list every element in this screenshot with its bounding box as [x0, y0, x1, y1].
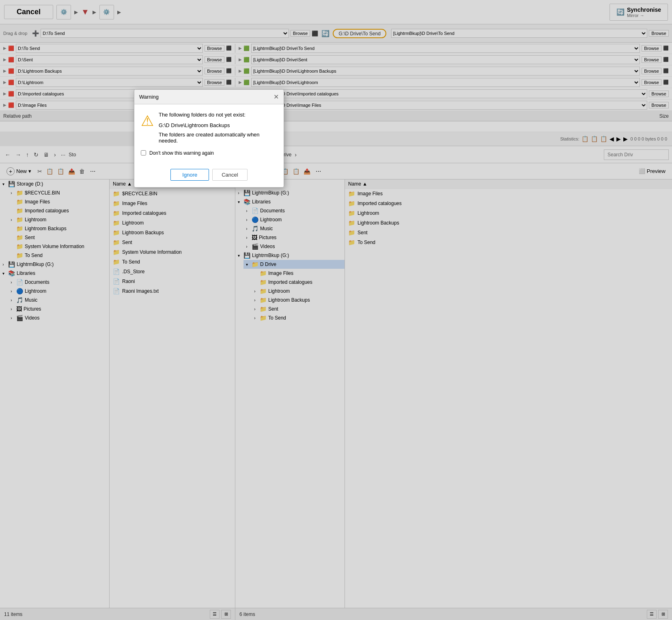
- warning-icon: ⚠: [141, 112, 154, 130]
- dialog-path: G:\D Drive\Lightroom Backups: [159, 122, 277, 128]
- dialog-sub-message: The folders are created automatically wh…: [159, 132, 277, 144]
- warning-dialog: Warning ✕ ⚠ The following folders do not…: [134, 89, 284, 188]
- dialog-title-bar: Warning ✕: [134, 90, 284, 104]
- dialog-message: The following folders do not yet exist:: [159, 111, 277, 119]
- dialog-checkbox-row: Don't show this warning again: [141, 150, 277, 156]
- dialog-body: ⚠ The following folders do not yet exist…: [134, 104, 284, 162]
- dialog-buttons: Ignore Cancel: [134, 169, 284, 187]
- dialog-title: Warning: [139, 94, 159, 100]
- dialog-close-button[interactable]: ✕: [274, 93, 279, 101]
- dialog-overlay: Warning ✕ ⚠ The following folders do not…: [0, 0, 672, 620]
- dialog-warning-row: ⚠ The following folders do not yet exist…: [141, 111, 277, 144]
- dont-show-label: Don't show this warning again: [149, 150, 214, 156]
- dialog-cancel-button[interactable]: Cancel: [212, 169, 247, 181]
- ignore-button[interactable]: Ignore: [170, 169, 209, 181]
- dialog-content: The following folders do not yet exist: …: [159, 111, 277, 144]
- dont-show-checkbox[interactable]: [141, 150, 146, 156]
